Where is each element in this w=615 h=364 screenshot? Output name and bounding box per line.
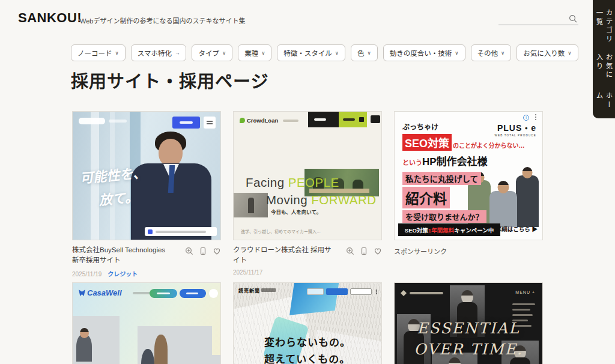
- person-head: [159, 139, 183, 166]
- mini-nav-button: [308, 112, 339, 127]
- filter-bar: ノーコード∨ スマホ特化→ タイプ∨ 業種∨ 特徴・スタイル∨ 色∨ 動きの度合…: [71, 44, 578, 61]
- thumb-tagline: 今日も、人を向いて。: [271, 208, 321, 215]
- filter-other[interactable]: その他∨: [471, 44, 512, 61]
- ad-options-icon[interactable]: [535, 114, 536, 115]
- mini-site-logo: 読売新聞: [238, 287, 260, 294]
- mini-site-logo-text: [109, 120, 127, 123]
- heart-icon[interactable]: [374, 247, 382, 255]
- filter-type[interactable]: タイプ∨: [192, 44, 232, 61]
- card-buysell: 可能性を、 放て。 株式会社BuySell Technologies 新卒採用サ…: [72, 111, 221, 278]
- site-thumbnail[interactable]: CrowdLoan Facing PEOPLE Moving FORWARD 今…: [233, 111, 382, 240]
- chevron-down-icon: ∨: [568, 50, 571, 56]
- blue-accent-shape: [289, 282, 340, 315]
- thumb-headline: 変わらないもの。 超えていくもの。: [264, 335, 351, 364]
- thumb-headline: ESSENTIAL OVER TIME.: [414, 318, 523, 360]
- filter-color[interactable]: 色∨: [351, 44, 378, 61]
- thumb-note: 進学、引っ越し、初めてのマイカー購入…: [241, 228, 321, 234]
- sponsor-label: スポンサーリンク: [394, 246, 543, 256]
- ad-banner[interactable]: PLUS・e WEB TOTAL PRODUCE ぶっちゃけ SEO対策 のこと…: [394, 111, 543, 240]
- card-actions: [346, 245, 382, 266]
- side-nav-home[interactable]: ホーム: [595, 92, 614, 109]
- filter-motion-tech[interactable]: 動きの度合い・技術∨: [383, 44, 465, 61]
- filter-favorites-count[interactable]: お気に入り数∨: [517, 44, 578, 61]
- mini-circle-button: [209, 289, 218, 298]
- card-newspaper: 読売新聞 変わらないもの。 超えていくもの。: [233, 282, 382, 364]
- thumb-headline: Facing PEOPLE Moving FORWARD: [246, 174, 377, 208]
- card-title[interactable]: クラウドローン株式会社 採用サイト: [233, 245, 334, 266]
- side-nav-categories[interactable]: カテゴリ一覧: [595, 9, 614, 44]
- card-meta: 株式会社BuySell Technologies 新卒採用サイト: [72, 245, 221, 266]
- card-sponsor-ad: PLUS・e WEB TOTAL PRODUCE ぶっちゃけ SEO対策 のこと…: [394, 111, 543, 256]
- search-icon[interactable]: [569, 14, 577, 23]
- card-casawell: CasaWell: [72, 282, 221, 364]
- chevron-down-icon: ∨: [368, 50, 371, 56]
- mini-primary-button: [326, 288, 348, 295]
- site-logo[interactable]: SANKOU!: [18, 10, 82, 26]
- page: SANKOU! Webデザイン制作の参考になる国内のステキなサイト集 カテゴリ一…: [0, 0, 615, 364]
- filter-nocode[interactable]: ノーコード∨: [71, 44, 126, 61]
- mini-site-logo-mark: [401, 290, 407, 296]
- mini-nav-button: [307, 288, 324, 295]
- card-date: 2025/11/19: [72, 271, 101, 278]
- mini-site-logo: [79, 118, 105, 124]
- chevron-down-icon: ∨: [501, 50, 504, 56]
- site-thumbnail[interactable]: 読売新聞 変わらないもの。 超えていくもの。: [233, 282, 382, 364]
- campaign-bar: SEO対策1年間無料キャンペーン中: [398, 223, 500, 236]
- mini-outline-button: [350, 288, 372, 295]
- mini-menu-button: [180, 289, 206, 298]
- heart-icon[interactable]: [213, 247, 221, 255]
- chevron-down-icon: ∨: [335, 50, 339, 56]
- office-photo: [199, 355, 221, 364]
- zoom-icon[interactable]: [185, 247, 193, 255]
- card-date: 2025/11/17: [233, 269, 262, 276]
- ad-copy: ぶっちゃけ SEO対策 のことがよく分からない… というHP制作会社様 私たちに…: [402, 121, 525, 223]
- arrow-right-icon: →: [175, 50, 180, 56]
- office-photo: [72, 316, 120, 364]
- card-title[interactable]: 株式会社BuySell Technologies 新卒採用サイト: [72, 245, 173, 266]
- ad-details-link[interactable]: 詳細はこちら ▶: [496, 225, 538, 233]
- mini-entry-button: [172, 117, 200, 129]
- card-essential: MENU + ESSENTIAL OVER TIME. 個別解の、徹底的追求。: [394, 282, 543, 364]
- thumb-headline: 可能性を、 放て。: [79, 162, 149, 213]
- ad-info-icon[interactable]: [523, 115, 529, 121]
- filter-style[interactable]: 特徴・スタイル∨: [277, 44, 345, 61]
- chevron-down-icon: ∨: [455, 50, 458, 56]
- card-subline: 2025/11/17: [233, 269, 382, 276]
- filter-industry[interactable]: 業種∨: [238, 44, 271, 61]
- mini-site-logo-sub: [261, 288, 276, 292]
- page-title: 採用サイト・採用ページ: [71, 67, 268, 93]
- mini-site-logo-sub: [283, 120, 298, 122]
- chevron-down-icon: ∨: [261, 50, 265, 56]
- mobile-icon[interactable]: [360, 247, 368, 255]
- mini-menu-button: [371, 115, 380, 123]
- site-thumbnail[interactable]: MENU + ESSENTIAL OVER TIME. 個別解の、徹底的追求。: [394, 282, 543, 364]
- chevron-down-icon: ∨: [115, 50, 119, 56]
- card-meta: クラウドローン株式会社 採用サイト: [233, 245, 382, 266]
- site-thumbnail[interactable]: CasaWell: [72, 282, 221, 364]
- card-subline: 2025/11/19 クレジット: [72, 269, 221, 278]
- side-nav-favorites[interactable]: お気に入り: [595, 53, 614, 83]
- site-thumbnail[interactable]: 可能性を、 放て。: [72, 111, 221, 240]
- card-actions: [185, 245, 221, 266]
- zoom-icon[interactable]: [346, 247, 354, 255]
- card-crowdloan: CrowdLoan Facing PEOPLE Moving FORWARD 今…: [233, 111, 382, 276]
- chevron-down-icon: ∨: [222, 50, 226, 56]
- search-bar: [498, 13, 578, 25]
- mini-site-logo: CasaWell: [79, 288, 122, 297]
- mini-site-logo-text: [410, 292, 443, 294]
- mini-hamburger-icon: [204, 117, 216, 129]
- side-nav: カテゴリ一覧 お気に入り ホーム: [593, 0, 615, 118]
- search-input[interactable]: [498, 13, 565, 24]
- mini-dots-icon: [376, 290, 377, 291]
- filter-smartphone[interactable]: スマホ特化→: [131, 44, 187, 61]
- credit-link[interactable]: クレジット: [108, 269, 138, 278]
- mini-site-logo: CrowdLoan: [240, 117, 278, 124]
- mini-entry-button: [150, 289, 177, 298]
- site-tagline: Webデザイン制作の参考になる国内のステキなサイト集: [80, 16, 245, 25]
- mini-menu-label: MENU +: [515, 290, 535, 294]
- mobile-icon[interactable]: [199, 247, 207, 255]
- mini-notice-bar: [145, 227, 217, 236]
- mini-cta-button: [339, 112, 367, 127]
